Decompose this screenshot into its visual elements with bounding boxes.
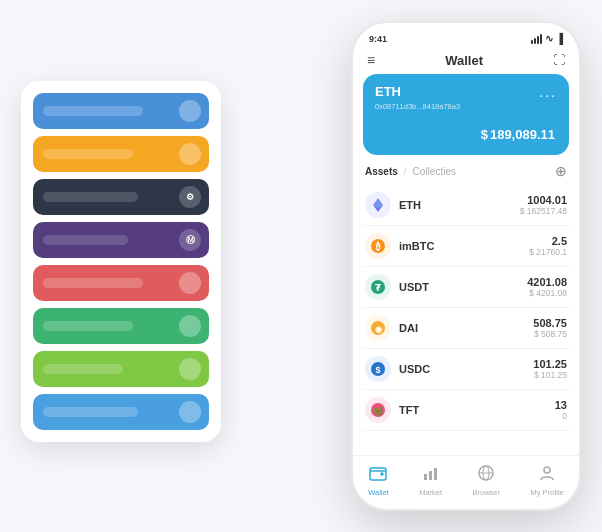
asset-list: ETH 1004.01 $ 162517.48 ₿ imBTC 2.5 $ 21… (353, 185, 579, 451)
svg-text:$: $ (375, 365, 380, 375)
eth-currency-symbol: $ (481, 127, 488, 142)
asset-icon-imbtc: ₿ (365, 233, 391, 259)
bottom-nav-profile[interactable]: My Profile (530, 464, 563, 497)
asset-values-dai: 508.75 $ 508.75 (533, 317, 567, 339)
profile-nav-icon (538, 464, 556, 486)
card-dot-5 (179, 272, 201, 294)
browser-nav-icon (477, 464, 495, 486)
svg-rect-14 (429, 471, 432, 480)
nav-title: Wallet (445, 53, 483, 68)
asset-values-usdc: 101.25 $ 101.25 (533, 358, 567, 380)
card-dot-8 (179, 401, 201, 423)
eth-card[interactable]: ETH ... 0x08711d3b...8418a78a3 $189,089.… (363, 74, 569, 155)
asset-name-usdc: USDC (399, 363, 533, 375)
card-dot-3: ⚙ (179, 186, 201, 208)
asset-usd-usdt: $ 4201.08 (527, 288, 567, 298)
card-dot-4: Ⓜ (179, 229, 201, 251)
asset-name-eth: ETH (399, 199, 520, 211)
asset-icon-dai: ◉ (365, 315, 391, 341)
asset-icon-usdc: $ (365, 356, 391, 382)
status-icons: ∿ ▐ (531, 33, 563, 44)
card-item-5[interactable] (33, 265, 209, 301)
asset-usd-eth: $ 162517.48 (520, 206, 567, 216)
asset-name-dai: DAI (399, 322, 533, 334)
asset-item-eth[interactable]: ETH 1004.01 $ 162517.48 (363, 185, 569, 226)
card-stack: ⚙ Ⓜ (21, 81, 221, 442)
wifi-icon: ∿ (545, 33, 553, 44)
status-bar: 9:41 ∿ ▐ (353, 23, 579, 48)
nav-bar: ≡ Wallet ⛶ (353, 48, 579, 74)
asset-amount-tft: 13 (555, 399, 567, 411)
asset-usd-usdc: $ 101.25 (533, 370, 567, 380)
card-item-6[interactable] (33, 308, 209, 344)
asset-amount-eth: 1004.01 (520, 194, 567, 206)
assets-header: Assets / Collecties ⊕ (353, 163, 579, 185)
card-dot-2 (179, 143, 201, 165)
asset-usd-imbtc: $ 21760.1 (529, 247, 567, 257)
menu-icon[interactable]: ≡ (367, 52, 375, 68)
svg-text:◉: ◉ (375, 325, 382, 334)
asset-amount-dai: 508.75 (533, 317, 567, 329)
asset-item-imbtc[interactable]: ₿ imBTC 2.5 $ 21760.1 (363, 226, 569, 267)
signal-icon (531, 34, 542, 44)
wallet-nav-icon (369, 464, 387, 486)
asset-name-imbtc: imBTC (399, 240, 529, 252)
browser-nav-label: Browser (473, 488, 501, 497)
card-dot-6 (179, 315, 201, 337)
assets-add-icon[interactable]: ⊕ (555, 163, 567, 179)
eth-card-label: ETH (375, 84, 401, 99)
eth-amount-value: 189,089.11 (490, 127, 555, 142)
asset-usd-tft: 0 (555, 411, 567, 421)
asset-values-usdt: 4201.08 $ 4201.08 (527, 276, 567, 298)
card-item-1[interactable] (33, 93, 209, 129)
asset-name-tft: TFT (399, 404, 555, 416)
asset-icon-usdt: ₮ (365, 274, 391, 300)
svg-text:🌿: 🌿 (373, 406, 383, 416)
battery-icon: ▐ (556, 33, 563, 44)
bottom-nav-market[interactable]: Market (419, 464, 442, 497)
asset-amount-imbtc: 2.5 (529, 235, 567, 247)
asset-icon-tft: 🌿 (365, 397, 391, 423)
asset-values-tft: 13 0 (555, 399, 567, 421)
asset-amount-usdt: 4201.08 (527, 276, 567, 288)
bottom-nav: Wallet Market Browser (353, 455, 579, 509)
asset-name-usdt: USDT (399, 281, 527, 293)
card-item-8[interactable] (33, 394, 209, 430)
card-item-7[interactable] (33, 351, 209, 387)
svg-text:₮: ₮ (375, 283, 382, 293)
asset-values-imbtc: 2.5 $ 21760.1 (529, 235, 567, 257)
asset-item-usdt[interactable]: ₮ USDT 4201.08 $ 4201.08 (363, 267, 569, 308)
expand-icon[interactable]: ⛶ (553, 53, 565, 67)
phone: 9:41 ∿ ▐ ≡ Wallet ⛶ (351, 21, 581, 511)
eth-more-icon[interactable]: ... (539, 84, 557, 100)
svg-rect-13 (424, 474, 427, 480)
market-nav-icon (422, 464, 440, 486)
status-time: 9:41 (369, 34, 387, 44)
card-dot-1 (179, 100, 201, 122)
card-item-2[interactable] (33, 136, 209, 172)
card-item-3[interactable]: ⚙ (33, 179, 209, 215)
market-nav-label: Market (419, 488, 442, 497)
svg-point-19 (544, 467, 550, 473)
asset-icon-eth (365, 192, 391, 218)
assets-tab-active[interactable]: Assets (365, 166, 398, 177)
card-item-4[interactable]: Ⓜ (33, 222, 209, 258)
card-dot-7 (179, 358, 201, 380)
asset-amount-usdc: 101.25 (533, 358, 567, 370)
bottom-nav-wallet[interactable]: Wallet (368, 464, 389, 497)
asset-item-dai[interactable]: ◉ DAI 508.75 $ 508.75 (363, 308, 569, 349)
assets-tab-collecties[interactable]: Collecties (413, 166, 456, 177)
eth-amount: $189,089.11 (375, 119, 557, 145)
eth-address: 0x08711d3b...8418a78a3 (375, 102, 557, 111)
asset-usd-dai: $ 508.75 (533, 329, 567, 339)
scene: ⚙ Ⓜ 9:41 (21, 21, 581, 511)
asset-item-usdc[interactable]: $ USDC 101.25 $ 101.25 (363, 349, 569, 390)
assets-separator: / (404, 166, 407, 177)
bottom-nav-browser[interactable]: Browser (473, 464, 501, 497)
wallet-nav-label: Wallet (368, 488, 389, 497)
asset-item-tft[interactable]: 🌿 TFT 13 0 (363, 390, 569, 431)
svg-rect-15 (434, 468, 437, 480)
assets-tabs: Assets / Collecties (365, 166, 456, 177)
profile-nav-label: My Profile (530, 488, 563, 497)
asset-values-eth: 1004.01 $ 162517.48 (520, 194, 567, 216)
